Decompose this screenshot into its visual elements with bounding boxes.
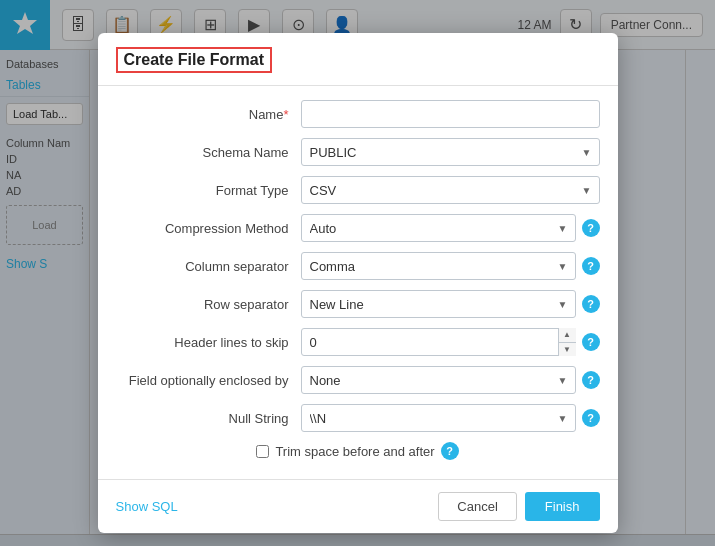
field-enclosed-select[interactable]: None <box>301 366 576 394</box>
column-separator-select[interactable]: Comma <box>301 252 576 280</box>
name-input[interactable] <box>301 100 600 128</box>
column-separator-help-icon[interactable]: ? <box>582 257 600 275</box>
name-required-marker: * <box>283 107 288 122</box>
column-separator-label: Column separator <box>116 259 301 274</box>
null-string-row: Null String \\N ▼ ? <box>116 404 600 432</box>
row-separator-row: Row separator New Line ▼ ? <box>116 290 600 318</box>
row-separator-wrapper: New Line ▼ <box>301 290 576 318</box>
schema-name-wrapper: PUBLIC ▼ <box>301 138 600 166</box>
compression-method-select[interactable]: Auto <box>301 214 576 242</box>
format-type-wrapper: CSV ▼ <box>301 176 600 204</box>
finish-button[interactable]: Finish <box>525 492 600 521</box>
trim-space-checkbox[interactable] <box>256 445 269 458</box>
row-separator-select[interactable]: New Line <box>301 290 576 318</box>
row-separator-label: Row separator <box>116 297 301 312</box>
format-type-select[interactable]: CSV <box>301 176 600 204</box>
header-lines-help-icon[interactable]: ? <box>582 333 600 351</box>
modal-header: Create File Format <box>98 33 618 86</box>
field-enclosed-wrapper: None ▼ <box>301 366 576 394</box>
compression-method-row: Compression Method Auto ▼ ? <box>116 214 600 242</box>
modal-footer: Show SQL Cancel Finish <box>98 479 618 533</box>
schema-name-select[interactable]: PUBLIC <box>301 138 600 166</box>
header-lines-wrapper: ▲ ▼ <box>301 328 576 356</box>
null-string-label: Null String <box>116 411 301 426</box>
row-separator-help-icon[interactable]: ? <box>582 295 600 313</box>
schema-name-label: Schema Name <box>116 145 301 160</box>
compression-help-icon[interactable]: ? <box>582 219 600 237</box>
column-separator-control: Comma ▼ ? <box>301 252 600 280</box>
null-string-help-icon[interactable]: ? <box>582 409 600 427</box>
header-lines-spinner: ▲ ▼ <box>558 328 576 356</box>
modal-body: Name* Schema Name PUBLIC ▼ <box>98 86 618 479</box>
column-separator-wrapper: Comma ▼ <box>301 252 576 280</box>
trim-space-help-icon[interactable]: ? <box>441 442 459 460</box>
compression-method-wrapper: Auto ▼ <box>301 214 576 242</box>
modal-title: Create File Format <box>116 47 272 73</box>
field-enclosed-row: Field optionally enclosed by None ▼ ? <box>116 366 600 394</box>
header-lines-row: Header lines to skip ▲ ▼ ? <box>116 328 600 356</box>
schema-name-row: Schema Name PUBLIC ▼ <box>116 138 600 166</box>
row-separator-control: New Line ▼ ? <box>301 290 600 318</box>
column-separator-row: Column separator Comma ▼ ? <box>116 252 600 280</box>
null-string-select[interactable]: \\N <box>301 404 576 432</box>
header-lines-control: ▲ ▼ ? <box>301 328 600 356</box>
trim-space-label: Trim space before and after <box>275 444 434 459</box>
format-type-row: Format Type CSV ▼ <box>116 176 600 204</box>
null-string-wrapper: \\N ▼ <box>301 404 576 432</box>
compression-method-control: Auto ▼ ? <box>301 214 600 242</box>
modal-overlay: Create File Format Name* Schema Name <box>0 0 715 546</box>
footer-buttons: Cancel Finish <box>438 492 599 521</box>
header-lines-label: Header lines to skip <box>116 335 301 350</box>
header-lines-down-arrow[interactable]: ▼ <box>559 343 576 357</box>
show-sql-link[interactable]: Show SQL <box>116 499 178 514</box>
format-type-control: CSV ▼ <box>301 176 600 204</box>
cancel-button[interactable]: Cancel <box>438 492 516 521</box>
header-lines-input[interactable] <box>301 328 576 356</box>
field-enclosed-label: Field optionally enclosed by <box>116 373 301 388</box>
name-label: Name* <box>116 107 301 122</box>
name-control <box>301 100 600 128</box>
trim-space-row: Trim space before and after ? <box>116 442 600 460</box>
modal-dialog: Create File Format Name* Schema Name <box>98 33 618 533</box>
field-enclosed-control: None ▼ ? <box>301 366 600 394</box>
null-string-control: \\N ▼ ? <box>301 404 600 432</box>
header-lines-up-arrow[interactable]: ▲ <box>559 328 576 343</box>
compression-method-label: Compression Method <box>116 221 301 236</box>
name-row: Name* <box>116 100 600 128</box>
field-enclosed-help-icon[interactable]: ? <box>582 371 600 389</box>
format-type-label: Format Type <box>116 183 301 198</box>
schema-name-control: PUBLIC ▼ <box>301 138 600 166</box>
